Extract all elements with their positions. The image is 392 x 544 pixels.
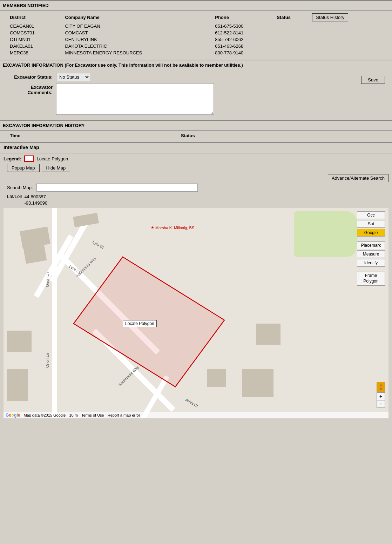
cell-status bbox=[274, 29, 309, 36]
google-logo: Google bbox=[6, 413, 20, 418]
map-terms[interactable]: Terms of Use bbox=[81, 413, 104, 417]
zoom-out-button[interactable]: − bbox=[377, 400, 385, 408]
status-history-button[interactable]: Status History bbox=[312, 13, 348, 21]
measure-button[interactable]: Measure bbox=[357, 250, 385, 258]
history-col-time: Time bbox=[7, 132, 178, 139]
cell-status bbox=[274, 43, 309, 49]
cell-company: DAKOTA ELECTRIC bbox=[62, 43, 212, 49]
map-name-label: ★ Marsha K. Millonig, BS bbox=[151, 225, 194, 230]
search-row: Search Map: bbox=[4, 184, 388, 192]
hide-map-button[interactable]: Hide Map bbox=[42, 164, 70, 172]
building-7 bbox=[256, 324, 281, 345]
members-table: District Company Name Phone Status Statu… bbox=[7, 12, 385, 56]
cell-status bbox=[274, 36, 309, 43]
table-row: DAKELA01 DAKOTA ELECTRIC 651-463-6268 bbox=[7, 43, 385, 49]
col-company: Company Name bbox=[62, 12, 212, 23]
map-buttons-row: Popup Map Hide Map bbox=[4, 164, 388, 172]
cell-district: CTLMN01 bbox=[7, 36, 62, 43]
cell-company: CITY OF EAGAN bbox=[62, 23, 212, 29]
map-name-star: ★ bbox=[151, 225, 154, 230]
table-row: CTLMN01 CENTURYLINK 855-742-6062 bbox=[7, 36, 385, 43]
map-footer: Google Map data ©2015 Google 10 m Terms … bbox=[4, 412, 388, 418]
map-section: Interactive Map Legend: Locate Polygon P… bbox=[0, 142, 392, 420]
cell-phone: 612-522-8141 bbox=[212, 29, 274, 36]
map-report-error[interactable]: Report a map error bbox=[108, 413, 140, 417]
cell-status bbox=[274, 49, 309, 56]
excavator-section: EXCAVATOR INFORMATION (For Excavator use… bbox=[0, 60, 392, 120]
col-status: Status bbox=[274, 12, 309, 23]
cell-phone: 651-463-6268 bbox=[212, 43, 274, 49]
map-section-title: Interactive Map bbox=[0, 142, 392, 152]
map-container[interactable]: Locate Polygon ★ Marsha K. Millonig, BS … bbox=[4, 208, 388, 418]
excavator-status-label: Excavator Status: bbox=[7, 73, 56, 80]
road-label-orion-2: Orion Ln bbox=[45, 353, 49, 368]
history-header: EXCAVATOR INFORMATION HISTORY bbox=[0, 120, 392, 131]
advance-search-row: Advance/Alternate Search bbox=[4, 174, 388, 182]
members-table-header-row: District Company Name Phone Status Statu… bbox=[7, 12, 385, 23]
cell-phone: 651-675-5300 bbox=[212, 23, 274, 29]
cell-status-empty bbox=[309, 29, 385, 36]
save-button[interactable]: Save bbox=[361, 76, 385, 84]
legend-color-box bbox=[24, 155, 34, 162]
cell-district: DAKELA01 bbox=[7, 43, 62, 49]
map-scale: 10 m bbox=[69, 413, 77, 417]
cell-status bbox=[274, 23, 309, 29]
members-section: MEMBERS NOTIFIED District Company Name P… bbox=[0, 0, 392, 60]
excavator-info-header: EXCAVATOR INFORMATION (For Excavator use… bbox=[0, 60, 392, 70]
excavator-comments-row: Excavator Comments: bbox=[7, 83, 347, 115]
legend-polygon-label: Locate Polygon bbox=[37, 156, 68, 161]
identify-button[interactable]: Identify bbox=[357, 259, 385, 267]
zoom-person-icon[interactable]: 🧍 bbox=[377, 382, 385, 392]
sat-button[interactable]: Sat bbox=[357, 220, 385, 228]
legend-row: Legend: Locate Polygon bbox=[4, 155, 388, 162]
cell-phone: 800-778-9140 bbox=[212, 49, 274, 56]
cell-district: CEAGAN01 bbox=[7, 23, 62, 29]
locate-polygon-map-label: Locate Polygon bbox=[123, 320, 157, 327]
zoom-in-button[interactable]: + bbox=[377, 392, 385, 400]
occ-button[interactable]: Occ bbox=[357, 211, 385, 219]
excavator-status-row: Excavator Status: No StatusPendingComple… bbox=[7, 73, 347, 81]
cell-status-empty bbox=[309, 43, 385, 49]
road-label-orion-1: Orion Ln bbox=[45, 272, 49, 287]
excavator-comments-textarea[interactable] bbox=[56, 83, 214, 115]
search-input[interactable] bbox=[36, 184, 198, 192]
latlon-label: Lat/Lon bbox=[7, 194, 22, 199]
cell-company: CENTURYLINK bbox=[62, 36, 212, 43]
history-table: Time Status bbox=[7, 132, 385, 139]
frame-polygon-button[interactable]: FramePolygon bbox=[357, 272, 385, 285]
excavator-form: Excavator Status: No StatusPendingComple… bbox=[7, 73, 347, 117]
popup-map-button[interactable]: Popup Map bbox=[7, 164, 40, 172]
search-label: Search Map: bbox=[7, 185, 33, 190]
table-row: COMCST01 COMCAST 612-522-8141 bbox=[7, 29, 385, 36]
map-inner: Legend: Locate Polygon Popup Map Hide Ma… bbox=[0, 153, 392, 420]
latlon-values: 44.800387 -93.149090 bbox=[24, 194, 47, 206]
google-button[interactable]: Google bbox=[357, 229, 385, 237]
excavator-comments-label: Excavator Comments: bbox=[7, 83, 56, 95]
excavator-status-select[interactable]: No StatusPendingCompleteIn Progress bbox=[56, 73, 90, 81]
history-inner: Time Status bbox=[0, 131, 392, 142]
cell-company: MINNESOTA ENERGY RESOURCES bbox=[62, 49, 212, 56]
table-row: MERC38 MINNESOTA ENERGY RESOURCES 800-77… bbox=[7, 49, 385, 56]
placemark-button[interactable]: Placemark bbox=[357, 241, 385, 249]
building-4 bbox=[7, 369, 28, 401]
table-row: CEAGAN01 CITY OF EAGAN 651-675-5300 bbox=[7, 23, 385, 29]
cell-district: COMCST01 bbox=[7, 29, 62, 36]
col-district: District bbox=[7, 12, 62, 23]
building-6 bbox=[242, 369, 273, 397]
map-side-buttons: Occ Sat Google Placemark Measure Identif… bbox=[357, 211, 385, 285]
cell-status-empty bbox=[309, 23, 385, 29]
map-copyright: Map data ©2015 Google bbox=[23, 413, 66, 417]
history-section: EXCAVATOR INFORMATION HISTORY Time Statu… bbox=[0, 120, 392, 142]
advance-search-button[interactable]: Advance/Alternate Search bbox=[328, 174, 388, 182]
building-5 bbox=[7, 331, 32, 352]
col-phone: Phone bbox=[212, 12, 274, 23]
legend-label: Legend: bbox=[4, 156, 21, 161]
members-table-wrap: District Company Name Phone Status Statu… bbox=[0, 11, 392, 60]
lon-value: -93.149090 bbox=[24, 200, 47, 206]
green-area bbox=[294, 211, 357, 257]
map-name-text: Marsha K. Millonig, BS bbox=[155, 226, 194, 230]
latlon-row: Lat/Lon 44.800387 -93.149090 bbox=[4, 194, 388, 206]
map-zoom: 🧍 + − bbox=[377, 382, 385, 408]
history-header-row: Time Status bbox=[7, 132, 385, 139]
members-header: MEMBERS NOTIFIED bbox=[0, 0, 392, 11]
